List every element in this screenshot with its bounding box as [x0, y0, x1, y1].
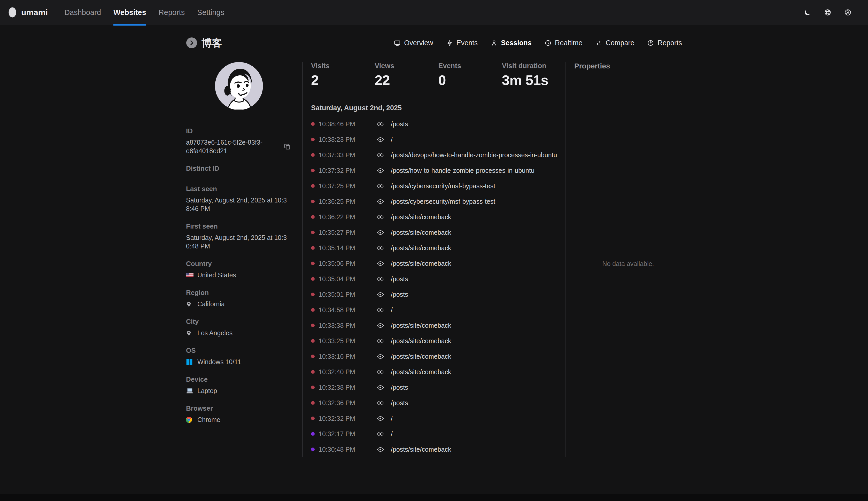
pageview-eye-icon — [377, 121, 384, 127]
nav-item-settings[interactable]: Settings — [191, 0, 231, 25]
activity-row: 10:32:32 PM / — [311, 411, 565, 426]
activity-path: /posts — [391, 291, 408, 298]
tab-realtime[interactable]: Realtime — [544, 39, 583, 47]
tab-label: Sessions — [501, 39, 532, 47]
pin-icon — [186, 301, 194, 308]
nav-item-websites[interactable]: Websites — [107, 0, 152, 25]
tab-overview[interactable]: Overview — [394, 39, 433, 47]
visit-marker-red — [311, 339, 315, 343]
website-switch-button[interactable] — [186, 37, 197, 49]
activity-time: 10:32:38 PM — [318, 384, 377, 391]
tab-reports[interactable]: Reports — [647, 39, 682, 47]
activity-time: 10:30:48 PM — [318, 446, 377, 453]
activity-path: /posts — [391, 120, 408, 128]
session-field-value: Saturday, August 2nd, 2025 at 10:30:48 P… — [186, 233, 292, 250]
pageview-eye-icon — [377, 292, 384, 297]
session-field-label: City — [186, 318, 292, 326]
session-field-value: Chrome — [197, 416, 220, 424]
pageview-eye-icon — [377, 199, 384, 204]
pageview-eye-icon — [377, 431, 384, 436]
tab-sessions[interactable]: Sessions — [490, 39, 532, 47]
visit-marker-red — [311, 200, 315, 203]
profile-button[interactable] — [841, 6, 855, 19]
pageview-eye-icon — [377, 277, 384, 281]
monitor-icon — [394, 40, 401, 46]
stats-row: Visits 2 Views 22 Events 0 Visit duratio… — [311, 62, 565, 88]
visit-marker-red — [311, 292, 315, 296]
activity-path: /posts/site/comeback — [391, 213, 451, 221]
lightning-icon — [446, 40, 453, 46]
tab-label: Overview — [404, 39, 433, 47]
activity-time: 10:33:16 PM — [318, 353, 377, 360]
activity-row: 10:32:36 PM /posts — [311, 395, 565, 411]
pageview-eye-icon — [377, 184, 384, 189]
pageview-eye-icon — [377, 308, 384, 312]
activity-path: /posts/site/comeback — [391, 337, 451, 345]
activity-time: 10:35:01 PM — [318, 291, 377, 298]
windows-icon — [186, 359, 194, 365]
session-field-distinct-id: Distinct ID — [186, 164, 292, 175]
umami-brand[interactable]: umami — [8, 7, 48, 18]
session-field-label: Device — [186, 375, 292, 384]
copy-button[interactable] — [283, 142, 292, 151]
properties-empty-state: No data available. — [574, 70, 682, 457]
activity-path: /posts/site/comeback — [391, 244, 451, 252]
visit-marker-red — [311, 354, 315, 358]
session-field-value: Los Angeles — [197, 329, 233, 337]
nav-item-dashboard[interactable]: Dashboard — [58, 0, 107, 25]
activity-row: 10:38:23 PM / — [311, 132, 565, 147]
pageview-eye-icon — [377, 215, 384, 220]
pageview-eye-icon — [377, 416, 384, 421]
visit-marker-red — [311, 323, 315, 327]
activity-time: 10:32:17 PM — [318, 430, 377, 438]
pin-icon — [186, 330, 194, 337]
visit-marker-red — [311, 417, 315, 420]
activity-time: 10:35:04 PM — [318, 275, 377, 283]
nav-links: Dashboard Websites Reports Settings — [58, 0, 231, 25]
activity-path: /posts/site/comeback — [391, 260, 451, 267]
session-field-value: Windows 10/11 — [197, 358, 241, 366]
activity-date-header: Saturday, August 2nd, 2025 — [311, 104, 565, 112]
user-icon — [490, 40, 498, 46]
session-field-value: United States — [197, 271, 236, 279]
session-field-os: OS Windows 10/11 — [186, 347, 292, 366]
activity-list: 10:38:46 PM /posts 10:38:23 PM / 10:37:3… — [311, 116, 565, 457]
activity-path: /posts/how-to-handle-zombie-processes-in… — [391, 167, 534, 174]
tab-events[interactable]: Events — [446, 39, 478, 47]
activity-time: 10:32:32 PM — [318, 415, 377, 422]
activity-row: 10:37:33 PM /posts/devops/how-to-handle-… — [311, 147, 565, 163]
tab-label: Realtime — [555, 39, 583, 47]
properties-title: Properties — [574, 62, 682, 70]
activity-row: 10:35:06 PM /posts/site/comeback — [311, 256, 565, 271]
activity-path: /posts/site/comeback — [391, 368, 451, 376]
nav-item-reports[interactable]: Reports — [152, 0, 191, 25]
visit-marker-red — [311, 401, 315, 405]
visit-marker-red — [311, 386, 315, 389]
compare-arrows-icon — [595, 40, 602, 46]
activity-time: 10:35:06 PM — [318, 260, 377, 267]
top-nav: umami Dashboard Websites Reports Setting… — [0, 0, 868, 25]
activity-path: /posts/site/comeback — [391, 322, 451, 329]
pageview-eye-icon — [377, 447, 384, 452]
activity-row: 10:37:32 PM /posts/how-to-handle-zombie-… — [311, 163, 565, 178]
activity-path: /posts/site/comeback — [391, 229, 451, 236]
visit-marker-red — [311, 138, 315, 141]
activity-time: 10:35:14 PM — [318, 244, 377, 252]
activity-row: 10:32:17 PM / — [311, 426, 565, 441]
session-field-value: a87073e6-161c-5f2e-83f3-e8fa4018ed21 — [186, 138, 264, 155]
activity-path: / — [391, 306, 393, 314]
activity-panel: Visits 2 Views 22 Events 0 Visit duratio… — [302, 62, 566, 457]
activity-row: 10:33:38 PM /posts/site/comeback — [311, 318, 565, 333]
language-button[interactable] — [821, 6, 834, 19]
tab-label: Compare — [605, 39, 634, 47]
session-field-country: Country United States — [186, 260, 292, 279]
visit-marker-red — [311, 215, 315, 219]
session-field-last-seen: Last seen Saturday, August 2nd, 2025 at … — [186, 185, 292, 213]
activity-row: 10:35:01 PM /posts — [311, 287, 565, 302]
activity-row: 10:36:25 PM /posts/cybersecurity/msf-byp… — [311, 194, 565, 209]
stat-value: 0 — [438, 72, 502, 88]
activity-path: /posts — [391, 275, 408, 283]
theme-toggle-button[interactable] — [801, 6, 814, 19]
tab-compare[interactable]: Compare — [595, 39, 634, 47]
session-field-label: Browser — [186, 404, 292, 413]
